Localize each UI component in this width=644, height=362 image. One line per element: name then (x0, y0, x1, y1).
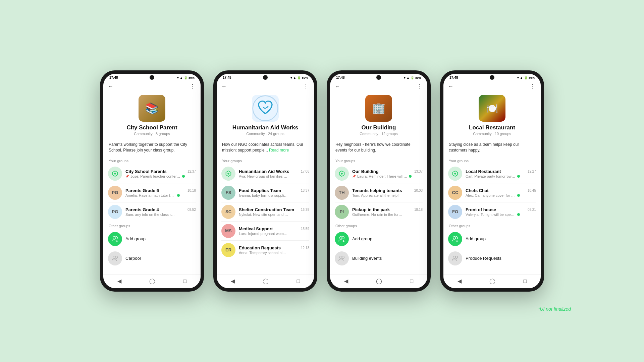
wifi-icon: ▾ (177, 76, 179, 79)
group-message: Valeryia: Tonight will be special! (466, 213, 516, 217)
nav-recent-button[interactable]: □ (297, 278, 300, 284)
your-groups-label: Your groups (330, 156, 427, 164)
group-time: 17:06 (301, 170, 309, 173)
group-item[interactable]: SC Shelter Construction Team 16:35 Nykol… (217, 202, 314, 221)
group-time: 20:03 (414, 189, 423, 192)
group-name: Parents Grade 6 (125, 188, 159, 193)
other-group-item[interactable]: Building events (330, 249, 427, 268)
community-subtitle: Community · 24 groups (246, 132, 284, 136)
nav-home-button[interactable]: ◯ (149, 278, 155, 284)
group-message: José: Parent/Teacher conferen... (130, 174, 181, 178)
group-item[interactable]: Local Restaurant 12:27 Carl: Private par… (443, 164, 541, 183)
add-group-button[interactable]: Add group (443, 229, 541, 249)
add-group-button[interactable]: Add group (103, 229, 201, 249)
community-description: Staying close as a team helps keep our c… (443, 139, 541, 156)
svg-point-10 (227, 173, 229, 175)
battery-percent: 80% (302, 76, 308, 79)
group-info: City School Parents 12:37 📌 José: Parent… (125, 169, 196, 178)
add-group-button[interactable]: Add group (330, 229, 427, 249)
other-group-avatar (448, 251, 462, 265)
group-item[interactable]: Humanitarian Aid Works 17:06 Ava: New gr… (217, 164, 314, 183)
unread-indicator (517, 194, 520, 197)
more-options-button[interactable]: ⋮ (530, 83, 536, 90)
status-icons: ▾ ▲ 🔋 80% (404, 76, 421, 79)
nav-home-button[interactable]: ◯ (263, 278, 269, 284)
signal-icon: ▲ (520, 76, 523, 79)
group-item[interactable]: MS Medical Support 15:59 Lars: Injured p… (217, 222, 314, 240)
battery-percent: 80% (529, 76, 535, 79)
nav-home-button[interactable]: ◯ (376, 278, 382, 284)
group-item[interactable]: FS Food Supplies Team 13:37 Ivanna: baby… (217, 183, 314, 202)
community-info: 📚 City School Parent Community · 8 group… (103, 92, 201, 139)
phones-container: 17:48 ▾ ▲ 🔋 80% ← ⋮ 📚 City School Parent… (100, 70, 544, 292)
svg-point-12 (341, 173, 343, 175)
group-name: Parents Grade 4 (125, 207, 159, 212)
group-item[interactable]: TH Tenants helping tenants 20:03 Tom: Ap… (330, 183, 427, 202)
nav-recent-button[interactable]: □ (183, 278, 187, 284)
group-item[interactable]: PG Parents Grade 6 10:18 Amelia: Have a … (103, 183, 201, 202)
group-time: 12:37 (187, 170, 196, 173)
group-message: Carl: Private party tomorrow in... (466, 174, 516, 178)
battery-icon: 🔋 (524, 76, 528, 79)
other-group-item[interactable]: Carpool (103, 249, 201, 268)
status-time: 17:48 (449, 76, 458, 79)
nav-back-button[interactable]: ◀ (231, 278, 235, 284)
more-options-button[interactable]: ⋮ (303, 83, 309, 90)
group-message: Laura: Reminder: There will be... (357, 174, 408, 178)
more-options-button[interactable]: ⋮ (190, 83, 196, 90)
nav-recent-button[interactable]: □ (410, 278, 414, 284)
group-info: Pickup in the park 18:18 Guilherme: No r… (352, 207, 423, 217)
community-subtitle: Community · 8 groups (134, 132, 170, 136)
group-name: Tenants helping tenants (352, 188, 402, 193)
app-header: ← ⋮ (217, 81, 314, 92)
signal-icon: ▲ (407, 76, 410, 79)
group-item[interactable]: City School Parents 12:37 📌 José: Parent… (103, 164, 201, 183)
unread-indicator (517, 175, 520, 178)
group-info: Tenants helping tenants 20:03 Tom: Appre… (352, 188, 423, 197)
back-button[interactable]: ← (108, 83, 113, 89)
group-message: Guilherme: No rain in the forecast! (352, 213, 402, 217)
other-group-name: Produce Requests (466, 256, 501, 261)
nav-recent-button[interactable]: □ (524, 278, 527, 284)
group-time: 18:18 (414, 208, 423, 212)
nav-back-button[interactable]: ◀ (458, 278, 462, 284)
group-info: Education Requests 12:13 Anna: Temporary… (239, 245, 309, 255)
group-time: 15:59 (301, 227, 309, 231)
other-groups-label: Other groups (103, 221, 201, 229)
other-group-item[interactable]: Produce Requests (443, 249, 541, 268)
other-group-avatar (108, 251, 122, 265)
nav-back-button[interactable]: ◀ (117, 278, 121, 284)
group-name: Humanitarian Aid Works (239, 169, 289, 174)
battery-icon: 🔋 (297, 76, 301, 79)
group-item[interactable]: FO Front of house 09:21 Valeryia: Tonigh… (443, 202, 541, 221)
group-info: Shelter Construction Team 16:35 Nykolai:… (239, 207, 309, 217)
read-more-link[interactable]: Read more (269, 148, 289, 153)
group-item[interactable]: Our Building 13:37 📌 Laura: Reminder: Th… (330, 164, 427, 183)
svg-point-20 (454, 173, 456, 175)
nav-home-button[interactable]: ◯ (489, 278, 495, 284)
community-info: Humanitarian Aid Works Community · 24 gr… (217, 92, 314, 139)
status-time: 17:48 (223, 76, 231, 79)
group-info: Parents Grade 6 10:18 Amelia: Have a mat… (125, 188, 196, 197)
battery-icon: 🔋 (411, 76, 414, 79)
nav-back-button[interactable]: ◀ (344, 278, 348, 284)
group-item[interactable]: PG Parents Grade 4 08:52 Sam: any info o… (103, 202, 201, 221)
back-button[interactable]: ← (448, 83, 453, 89)
group-time: 12:27 (528, 170, 536, 173)
bottom-navigation: ◀ ◯ □ (443, 274, 541, 288)
group-item[interactable]: CC Chefs Chat 10:45 Alex: Can anyone cov… (443, 183, 541, 202)
back-button[interactable]: ← (335, 83, 340, 89)
status-icons: ▾ ▲ 🔋 80% (290, 76, 308, 79)
group-time: 13:37 (301, 189, 309, 192)
back-button[interactable]: ← (221, 83, 227, 89)
group-item[interactable]: ER Education Requests 12:13 Anna: Tempor… (217, 241, 314, 259)
group-message: Alex: Can anyone cover for me? (466, 193, 516, 197)
other-group-name: Building events (352, 256, 382, 261)
add-group-avatar (448, 232, 462, 246)
group-info: Medical Support 15:59 Lars: Injured preg… (239, 226, 309, 236)
community-description: How our NGO coordinates across teams. Ou… (217, 139, 314, 156)
group-item[interactable]: PI Pickup in the park 18:18 Guilherme: N… (330, 202, 427, 221)
group-time: 12:13 (301, 246, 309, 250)
more-options-button[interactable]: ⋮ (416, 83, 423, 90)
other-group-name: Carpool (125, 256, 141, 261)
